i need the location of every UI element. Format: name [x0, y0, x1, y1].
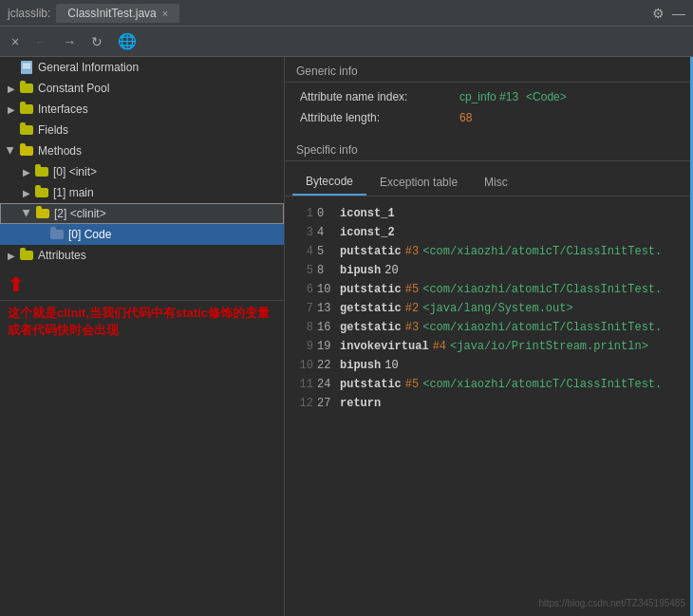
opcode: putstatic — [340, 281, 402, 298]
opcode-arg: 10 — [384, 357, 398, 374]
tab-exception-table[interactable]: Exception table — [366, 170, 471, 195]
attribute-name-value[interactable]: cp_info #13 — [459, 90, 518, 103]
line-number: 8 — [296, 319, 313, 336]
arrow-interfaces: ▶ — [4, 102, 19, 117]
byte-offset: 5 — [317, 243, 336, 260]
label-init: [0] <init> — [53, 165, 97, 178]
sidebar-item-attributes[interactable]: ▶ Attributes — [0, 245, 284, 266]
attribute-name-type: <Code> — [526, 90, 567, 103]
label-general-info: General Information — [38, 61, 139, 74]
arrow-annotation-icon: ⬆ — [8, 273, 24, 296]
byte-offset: 13 — [317, 300, 336, 317]
attribute-length-label: Attribute length: — [300, 111, 452, 124]
arrow-constant-pool: ▶ — [4, 81, 19, 96]
sidebar: ▶ General Information ▶ Constant Pool ▶ … — [0, 57, 285, 616]
icon-clinit — [35, 206, 50, 221]
opcode-comment: <com/xiaozhi/atomicT/ClassInitTest. — [422, 243, 662, 260]
opcode-arg-link[interactable]: #4 — [433, 338, 446, 355]
opcode: return — [340, 395, 381, 412]
opcode: putstatic — [340, 243, 402, 260]
code-line: 58bipush 20 — [296, 261, 682, 280]
arrow-methods: ▶ — [4, 143, 19, 159]
opcode-arg-link[interactable]: #3 — [405, 243, 419, 260]
opcode-arg-link[interactable]: #5 — [405, 376, 419, 393]
sidebar-item-fields[interactable]: ▶ Fields — [0, 120, 284, 140]
byte-offset: 19 — [317, 338, 336, 355]
label-interfaces: Interfaces — [38, 103, 88, 116]
icon-interfaces — [19, 102, 34, 117]
icon-constant-pool — [19, 81, 34, 96]
opcode: invokevirtual — [340, 338, 429, 355]
icon-methods — [19, 143, 34, 159]
label-attributes: Attributes — [38, 249, 86, 262]
opcode: getstatic — [340, 300, 402, 317]
byte-offset: 10 — [317, 281, 336, 298]
label-methods: Methods — [38, 144, 82, 158]
title-bar-right: ⚙ — — [652, 6, 685, 21]
title-bar-left: jclasslib: ClassInitTest.java × — [8, 4, 652, 23]
sidebar-item-main[interactable]: ▶ [1] main — [0, 182, 284, 203]
code-line: 919invokevirtual#4 <java/io/PrintStream.… — [296, 337, 682, 356]
label-fields: Fields — [38, 123, 68, 137]
byte-offset: 24 — [317, 376, 336, 393]
title-bar: jclasslib: ClassInitTest.java × ⚙ — — [0, 0, 693, 27]
sidebar-item-clinit[interactable]: ▶ [2] <clinit> — [0, 203, 284, 224]
globe-button[interactable]: 🌐 — [114, 30, 140, 52]
byte-offset: 27 — [317, 395, 336, 412]
tab-filename: ClassInitTest.java — [67, 7, 156, 20]
opcode-arg-link[interactable]: #2 — [405, 300, 419, 317]
opcode-comment: <com/xiaozhi/atomicT/ClassInitTest. — [422, 376, 662, 393]
settings-icon[interactable]: ⚙ — [652, 6, 665, 21]
code-line: 1124putstatic#5 <com/xiaozhi/atomicT/Cla… — [296, 375, 682, 394]
attribute-length-value: 68 — [459, 111, 472, 124]
tab-misc[interactable]: Misc — [471, 170, 521, 195]
code-line: 34iconst_2 — [296, 223, 682, 242]
sidebar-item-interfaces[interactable]: ▶ Interfaces — [0, 99, 284, 120]
refresh-button[interactable]: ↻ — [87, 32, 106, 51]
arrow-init: ▶ — [19, 164, 34, 179]
sidebar-item-code[interactable]: ▶ [0] Code — [0, 224, 284, 245]
forward-button[interactable]: → — [59, 32, 80, 51]
line-number: 11 — [296, 376, 313, 393]
code-area: 10iconst_134iconst_245putstatic#3 <com/x… — [285, 196, 693, 420]
opcode-comment: <java/lang/System.out> — [422, 300, 572, 317]
opcode: iconst_2 — [340, 224, 395, 241]
tab-close-icon[interactable]: × — [162, 8, 168, 19]
line-number: 9 — [296, 338, 313, 355]
minimize-icon[interactable]: — — [672, 6, 685, 21]
arrow-main: ▶ — [19, 185, 34, 200]
byte-offset: 22 — [317, 357, 336, 374]
back-button[interactable]: ← — [30, 32, 51, 51]
toolbar: × ← → ↻ 🌐 — [0, 27, 693, 57]
close-button[interactable]: × — [8, 32, 23, 51]
tabs-bar: Bytecode Exception table Misc — [285, 169, 693, 196]
opcode: bipush — [340, 357, 381, 374]
opcode-comment: <java/io/PrintStream.println> — [450, 338, 648, 355]
label-code: [0] Code — [68, 228, 111, 241]
code-line: 713getstatic#2 <java/lang/System.out> — [296, 299, 682, 318]
opcode-arg-link[interactable]: #5 — [405, 281, 419, 298]
main-area: ▶ General Information ▶ Constant Pool ▶ … — [0, 57, 693, 616]
code-line: 1227return — [296, 394, 682, 413]
line-number: 12 — [296, 395, 313, 412]
byte-offset: 16 — [317, 319, 336, 336]
generic-info-label: Generic info — [296, 65, 358, 78]
label-constant-pool: Constant Pool — [38, 82, 109, 95]
sidebar-item-init[interactable]: ▶ [0] <init> — [0, 161, 284, 182]
title-tab[interactable]: ClassInitTest.java × — [56, 4, 179, 23]
specific-info-label: Specific info — [296, 143, 358, 157]
arrow-attributes: ▶ — [4, 248, 19, 263]
sidebar-item-constant-pool[interactable]: ▶ Constant Pool — [0, 78, 284, 99]
watermark: https://blog.csdn.net/TZ345195485 — [538, 598, 685, 608]
tab-bytecode[interactable]: Bytecode — [292, 169, 366, 196]
line-number: 1 — [296, 205, 313, 222]
code-line: 1022bipush 10 — [296, 356, 682, 375]
sidebar-item-general-info[interactable]: ▶ General Information — [0, 57, 284, 78]
opcode-comment: <com/xiaozhi/atomicT/ClassInitTest. — [422, 281, 662, 298]
line-number: 10 — [296, 357, 313, 374]
specific-info-header: Specific info — [285, 136, 693, 161]
opcode-arg-link[interactable]: #3 — [405, 319, 419, 336]
sidebar-item-methods[interactable]: ▶ Methods — [0, 140, 284, 161]
opcode: iconst_1 — [340, 205, 395, 222]
icon-code — [49, 227, 65, 242]
